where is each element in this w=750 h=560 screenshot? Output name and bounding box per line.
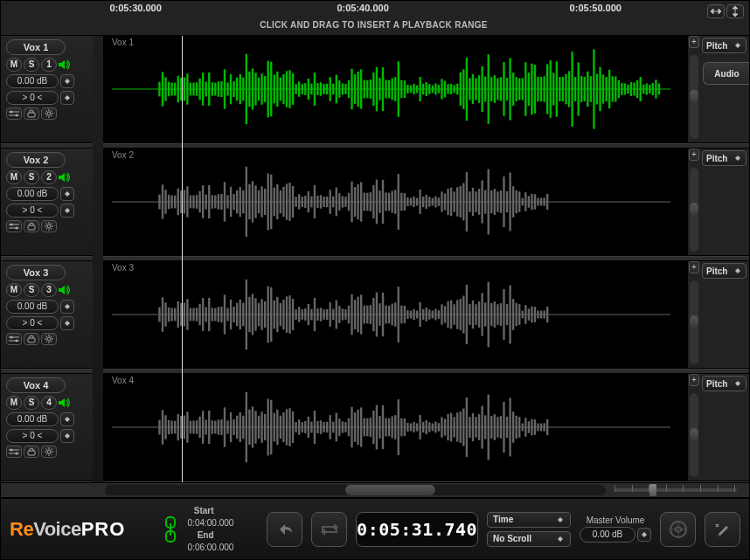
- speaker-icon[interactable]: [59, 284, 71, 296]
- gear-icon[interactable]: [41, 220, 57, 232]
- loop-button[interactable]: [311, 512, 347, 547]
- sliders-icon[interactable]: [6, 220, 22, 232]
- tool-button[interactable]: [705, 512, 740, 547]
- vertical-scrollbar[interactable]: [690, 280, 698, 364]
- gain-readout[interactable]: 0.00 dB: [6, 412, 59, 426]
- track-name-button[interactable]: Vox 2: [6, 152, 66, 168]
- add-lane-button[interactable]: +: [689, 149, 699, 161]
- horizontal-scrollbar[interactable]: [105, 485, 606, 495]
- svg-rect-368: [516, 190, 517, 213]
- waveform-lane[interactable]: Vox 2: [103, 149, 688, 256]
- view-mode-select[interactable]: Pitch: [702, 150, 747, 166]
- track-number[interactable]: 4: [41, 396, 57, 410]
- gain-stepper[interactable]: [60, 187, 74, 201]
- scrollbar-thumb[interactable]: [345, 485, 435, 495]
- pan-stepper[interactable]: [60, 316, 74, 330]
- add-lane-button[interactable]: +: [689, 36, 699, 48]
- pan-readout[interactable]: > 0 <: [6, 204, 59, 218]
- scrollbar-thumb[interactable]: [690, 315, 698, 328]
- svg-rect-442: [184, 303, 185, 327]
- solo-button[interactable]: S: [24, 396, 39, 410]
- gain-stepper[interactable]: [60, 412, 74, 426]
- view-mode-select[interactable]: Pitch: [702, 38, 747, 53]
- gear-icon[interactable]: [41, 446, 57, 458]
- svg-rect-185: [509, 58, 510, 120]
- svg-rect-530: [456, 300, 458, 328]
- pan-stepper[interactable]: [60, 204, 74, 218]
- track-number[interactable]: 3: [41, 283, 57, 297]
- link-icon[interactable]: [163, 514, 179, 545]
- scrollbar-thumb[interactable]: [690, 428, 698, 440]
- add-lane-button[interactable]: +: [689, 374, 699, 386]
- solo-button[interactable]: S: [24, 170, 39, 184]
- gain-readout[interactable]: 0.00 dB: [6, 74, 59, 88]
- vertical-scrollbar[interactable]: [690, 55, 698, 139]
- view-mode-select[interactable]: Pitch: [702, 263, 747, 279]
- svg-rect-323: [376, 180, 378, 225]
- track-name-button[interactable]: Vox 3: [6, 265, 66, 280]
- gain-stepper[interactable]: [60, 300, 74, 314]
- mute-button[interactable]: M: [6, 58, 22, 72]
- speaker-icon[interactable]: [59, 397, 71, 409]
- master-volume-stepper[interactable]: [637, 528, 651, 542]
- fit-vertical-button[interactable]: [726, 4, 744, 18]
- gain-stepper[interactable]: [60, 74, 74, 88]
- svg-rect-708: [447, 414, 448, 440]
- svg-rect-375: [537, 198, 538, 206]
- speaker-icon[interactable]: [59, 171, 71, 183]
- track-number[interactable]: 1: [41, 58, 57, 72]
- waveform-lane[interactable]: Vox 4: [103, 374, 688, 481]
- sliders-icon[interactable]: [6, 333, 22, 345]
- gear-icon[interactable]: [41, 107, 57, 120]
- undo-button[interactable]: [267, 512, 302, 547]
- sliders-icon[interactable]: [6, 446, 22, 458]
- lock-icon[interactable]: [24, 220, 39, 232]
- pan-stepper[interactable]: [60, 91, 74, 105]
- fit-horizontal-button[interactable]: [707, 4, 725, 18]
- lock-icon[interactable]: [24, 446, 39, 458]
- pan-readout[interactable]: > 0 <: [6, 429, 59, 443]
- vertical-scrollbar[interactable]: [690, 168, 698, 252]
- time-display[interactable]: 0:05:31.740: [356, 512, 478, 547]
- scrollbar-thumb[interactable]: [690, 203, 698, 215]
- svg-rect-295: [288, 183, 290, 221]
- gear-icon[interactable]: [41, 333, 57, 345]
- add-lane-button[interactable]: +: [689, 261, 699, 273]
- svg-rect-346: [447, 189, 448, 215]
- scroll-mode-select[interactable]: No Scroll: [487, 531, 571, 547]
- waveform-lane[interactable]: Vox 1: [103, 36, 688, 143]
- svg-rect-92: [220, 81, 222, 97]
- svg-rect-639: [233, 419, 234, 435]
- svg-rect-172: [469, 78, 470, 100]
- lock-icon[interactable]: [24, 333, 39, 345]
- mute-button[interactable]: M: [6, 283, 22, 297]
- vertical-scrollbar[interactable]: [690, 393, 698, 477]
- audio-tab[interactable]: Audio: [703, 62, 749, 85]
- time-ruler[interactable]: 0:05:30.000 0:05:40.000 0:05:50.000 CLIC…: [103, 1, 644, 35]
- pan-readout[interactable]: > 0 <: [6, 316, 59, 330]
- track-number[interactable]: 2: [41, 170, 57, 184]
- solo-button[interactable]: S: [24, 58, 39, 72]
- gain-readout[interactable]: 0.00 dB: [6, 300, 59, 314]
- zoom-slider[interactable]: [615, 487, 737, 494]
- zoom-handle[interactable]: [649, 484, 656, 496]
- master-volume-value[interactable]: 0.00 dB: [580, 527, 635, 543]
- view-mode-select[interactable]: Pitch: [702, 376, 747, 391]
- sliders-icon[interactable]: [6, 107, 22, 120]
- time-mode-select[interactable]: Time: [487, 512, 571, 528]
- pan-readout[interactable]: > 0 <: [6, 91, 59, 105]
- svg-rect-498: [357, 297, 358, 333]
- mute-button[interactable]: M: [6, 396, 22, 410]
- svg-rect-488: [326, 309, 328, 320]
- lock-icon[interactable]: [24, 107, 39, 120]
- speaker-icon[interactable]: [59, 59, 71, 71]
- gain-readout[interactable]: 0.00 dB: [6, 187, 59, 201]
- scrollbar-thumb[interactable]: [690, 90, 698, 102]
- waveform-lane[interactable]: Vox 3: [103, 261, 688, 369]
- track-name-button[interactable]: Vox 1: [6, 39, 66, 55]
- export-button[interactable]: [660, 512, 696, 547]
- solo-button[interactable]: S: [24, 283, 39, 297]
- mute-button[interactable]: M: [6, 170, 22, 184]
- track-name-button[interactable]: Vox 4: [6, 377, 66, 393]
- pan-stepper[interactable]: [60, 429, 74, 443]
